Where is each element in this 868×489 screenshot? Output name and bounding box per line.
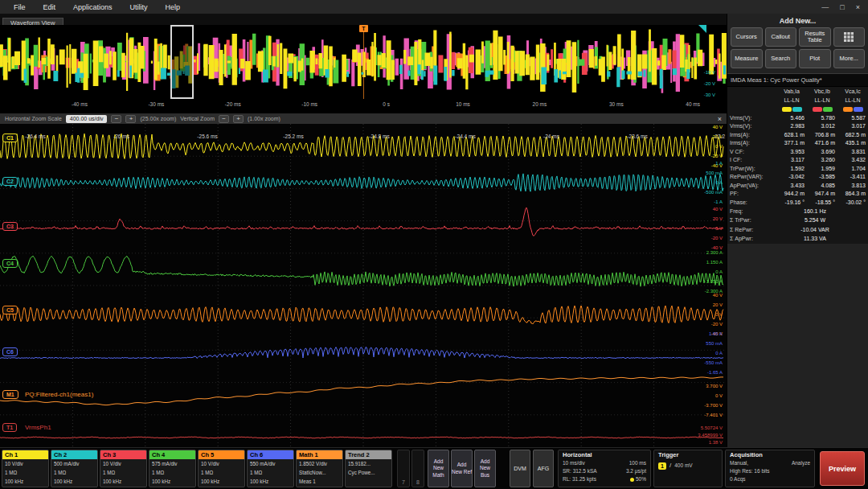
- menu-bar: FileEditApplicationsUtilityHelp — □ ×: [0, 0, 868, 14]
- preview-button[interactable]: Preview: [820, 451, 865, 486]
- row-value: 435.1 m: [837, 140, 868, 146]
- row-value: 3.953: [776, 149, 807, 154]
- setup-badge-ch4[interactable]: Ch 4575 mA/div1 MΩ100 kHz: [149, 450, 196, 487]
- scale-label-c2: 500 mA: [706, 171, 723, 175]
- badge-title: Math 1: [297, 450, 342, 459]
- close-zoom-icon[interactable]: ×: [718, 115, 722, 123]
- channel-badge-m1[interactable]: M1: [2, 390, 18, 399]
- main-time-label: -25.2 ms: [283, 134, 303, 139]
- measure-button[interactable]: Measure: [731, 49, 763, 68]
- results-table-title[interactable]: IMDA Meas 1: Cyc Power Quality*: [727, 73, 868, 87]
- badge-title: Ch 3: [100, 450, 146, 459]
- row-value: 1.959: [807, 166, 837, 171]
- badge-line: 100 kHz: [199, 477, 244, 486]
- channel-badge-c6[interactable]: C6: [2, 347, 18, 356]
- callout-button[interactable]: Callout: [765, 27, 797, 47]
- setup-badge-ch3[interactable]: Ch 310 V/div1 MΩ100 kHz: [100, 450, 147, 487]
- acquisition-settings-badge[interactable]: Acquisition Manual, Analyze High Res: 16…: [725, 450, 815, 487]
- horizontal-settings-badge[interactable]: Horizontal 10 ms/div 100 ms SR: 312.5 kS…: [558, 450, 651, 487]
- results-row: Vrms(V):5.4665.7805.587: [727, 113, 868, 122]
- dvm-button[interactable]: DVM: [510, 450, 530, 487]
- row-value: 1.592: [776, 166, 807, 171]
- setup-badge-math1[interactable]: Math 11.8502 V/divStatIcNow...Meas 1: [296, 450, 343, 487]
- setup-badge-ch2[interactable]: Ch 2500 mA/div1 MΩ100 kHz: [51, 450, 98, 487]
- setup-badge-ch1[interactable]: Ch 110 V/div1 MΩ100 kHz: [2, 450, 49, 487]
- acquisition-analyze: Analyze: [792, 459, 810, 467]
- horizontal-window: 100 ms: [629, 459, 646, 467]
- channel-badge-t1[interactable]: T1: [2, 423, 17, 432]
- menu-utility[interactable]: Utility: [121, 2, 157, 13]
- more-button[interactable]: More...: [833, 49, 866, 68]
- main-waveform-view[interactable]: -26.4 ms-26 ms-25.6 ms-25.2 ms-24.8 ms-2…: [0, 124, 727, 447]
- plot-button[interactable]: Plot: [799, 49, 831, 68]
- overview-time-label: 40 ms: [686, 101, 700, 107]
- menu-help[interactable]: Help: [157, 2, 190, 13]
- overview-time-label: -20 ms: [225, 101, 241, 107]
- scale-label-c4: 2.300 A: [706, 250, 723, 255]
- summary-label: Σ ApPwr:: [727, 236, 776, 241]
- row-value: 944.2 m: [776, 191, 807, 196]
- measurement-results-table[interactable]: IMDA Meas 1: Cyc Power Quality* Vab,IaVb…: [727, 73, 868, 244]
- add-new-button-grid: Cursors Callout Results Table Measure Se…: [727, 27, 868, 68]
- scale-label-c1: 0 V: [715, 144, 723, 149]
- afg-button[interactable]: AFG: [533, 450, 554, 487]
- menu-edit[interactable]: Edit: [35, 2, 65, 13]
- badge-line: 10 V/div: [199, 459, 244, 468]
- h-zoom-out-button[interactable]: −: [111, 115, 121, 123]
- close-icon[interactable]: ×: [856, 3, 860, 11]
- zoom-selection-box[interactable]: [170, 25, 194, 99]
- zoom-grid-button[interactable]: [833, 27, 866, 47]
- channel-slot-7[interactable]: 7: [397, 450, 410, 487]
- channel-badge-c5[interactable]: C5: [2, 306, 18, 314]
- overview-waveform-strip[interactable]: C1 T -40 ms-30 ms-20 ms-10 ms0 s10 ms20 …: [0, 25, 727, 113]
- summary-value: 160.1 Hz: [776, 208, 868, 214]
- row-value: 3.813: [837, 183, 868, 188]
- row-label: TrPwr(W):: [727, 166, 776, 171]
- menu-applications[interactable]: Applications: [64, 2, 121, 13]
- row-label: Vrms(V):: [727, 115, 776, 121]
- row-value: 5.587: [837, 115, 868, 121]
- maximize-icon[interactable]: □: [840, 3, 844, 11]
- minimize-icon[interactable]: —: [821, 3, 829, 11]
- scale-label-c2: -500 mA: [704, 190, 723, 195]
- scale-label-m1: 3.700 V: [706, 384, 723, 388]
- horizontal-zoom-scale-value[interactable]: 400.00 us/div: [66, 115, 108, 123]
- trigger-settings-badge[interactable]: Trigger 1 / 400 mV: [653, 450, 723, 487]
- add-new-math-button[interactable]: Add New Math: [428, 450, 449, 487]
- zoom-scale-bar: Horizontal Zoom Scale 400.00 us/div − + …: [0, 113, 727, 124]
- search-button[interactable]: Search: [765, 49, 797, 68]
- h-zoom-in-button[interactable]: +: [125, 115, 136, 123]
- scale-label-c1: 20 V: [713, 134, 723, 139]
- trigger-level-icon[interactable]: [698, 25, 706, 33]
- channel-badge-c2[interactable]: C2: [2, 177, 18, 186]
- add-new-bus-button[interactable]: Add New Bus: [474, 450, 496, 487]
- main-time-label: -24.4 ms: [455, 134, 475, 139]
- scale-label-c5: 0 V: [715, 312, 723, 317]
- overview-scale-label: -30 V: [704, 92, 715, 97]
- menu-file[interactable]: File: [5, 2, 35, 13]
- scale-label-c3: 40 V: [713, 207, 723, 212]
- v-zoom-out-button[interactable]: −: [219, 115, 229, 123]
- add-new-ref-button[interactable]: Add New Ref: [451, 450, 473, 487]
- cursors-button[interactable]: Cursors: [731, 27, 763, 47]
- scale-label-m1: -7.401 V: [704, 413, 723, 417]
- row-value: 3.433: [776, 183, 807, 188]
- channel-slot-8[interactable]: 8: [411, 450, 424, 487]
- setup-badge-ch5[interactable]: Ch 510 V/div1 MΩ100 kHz: [198, 450, 245, 487]
- results-table-button[interactable]: Results Table: [799, 27, 831, 47]
- channel-badge-c3[interactable]: C3: [2, 222, 18, 231]
- badge-title: Ch 6: [248, 450, 293, 459]
- setup-badge-trend2[interactable]: Trend 215.9182...Cyc Powe...: [345, 450, 392, 487]
- channel-badge-c1[interactable]: C1: [2, 134, 18, 142]
- channel-badge-c4[interactable]: C4: [2, 259, 18, 268]
- row-value: 3.017: [837, 123, 868, 129]
- summary-value: 11.33 VA: [776, 236, 868, 241]
- v-zoom-in-button[interactable]: +: [233, 115, 244, 123]
- row-value: 377.1 m: [776, 140, 807, 146]
- setup-badge-ch6[interactable]: Ch 6550 mA/div1 MΩ100 kHz: [247, 450, 294, 487]
- badge-line: 500 mA/div: [51, 459, 97, 468]
- trigger-position-icon[interactable]: T: [359, 25, 368, 32]
- row-value: -3.585: [807, 174, 837, 179]
- scale-label-c1: -20 V: [711, 154, 723, 158]
- source-chip: [843, 107, 853, 112]
